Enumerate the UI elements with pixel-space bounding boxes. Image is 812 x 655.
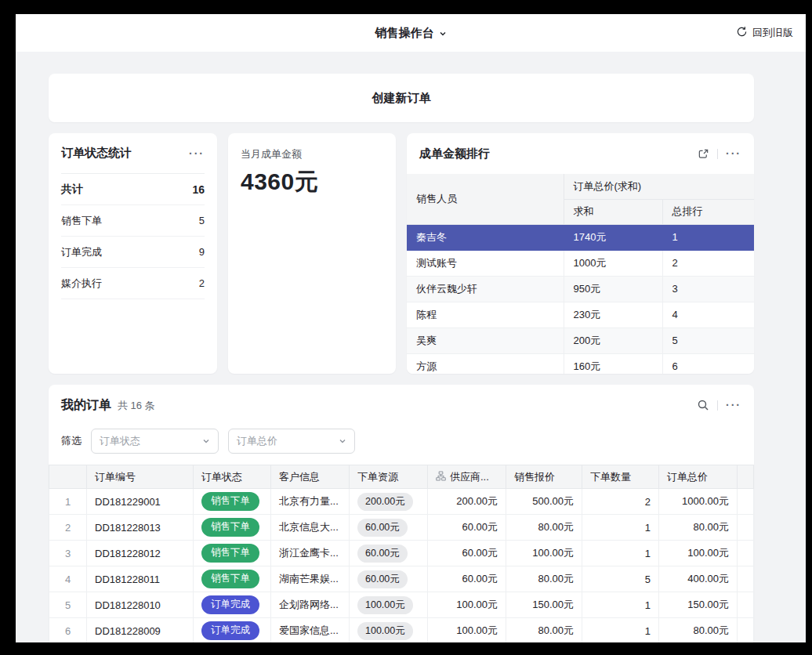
ranking-row: 方源160元6: [407, 353, 754, 374]
customer-cell: 企划路网络...: [271, 592, 350, 618]
create-order-button[interactable]: 创建新订单: [49, 74, 754, 122]
col-order-no: 订单编号: [87, 465, 194, 489]
order-no-cell: DD181228011: [87, 566, 194, 592]
status-label: 媒介执行: [61, 277, 102, 291]
qty-cell: 5: [582, 566, 659, 592]
trailing-cell: [738, 592, 754, 618]
ranking-row: 陈程230元4: [407, 302, 754, 328]
more-icon[interactable]: ···: [726, 148, 741, 159]
supplier-cell: 60.00元: [428, 515, 506, 541]
col-customer-info: 客户信息: [271, 465, 350, 489]
status-value: 16: [192, 183, 205, 196]
col-trailing: [738, 465, 754, 489]
sitemap-icon: [436, 471, 446, 483]
order-total-filter[interactable]: 订单总价: [228, 429, 355, 454]
order-no-cell: DD181228010: [87, 592, 194, 618]
resource-pill: 60.00元: [357, 519, 408, 537]
ranking-row: 测试账号1000元2: [407, 250, 754, 276]
row-index: 4: [49, 566, 87, 592]
ranking-person: 伙伴云魏少轩: [407, 276, 564, 302]
total-cell: 1000.00元: [659, 489, 738, 515]
row-index: 6: [49, 618, 87, 643]
orders-count: 共 16 条: [118, 399, 155, 413]
orders-card-title: 我的订单: [61, 397, 111, 414]
resource-cell: 60.00元: [350, 541, 428, 566]
chevron-down-icon: [439, 27, 447, 40]
resource-cell: 100.00元: [350, 618, 428, 643]
resource-cell: 100.00元: [350, 592, 428, 618]
order-no-cell: DD181228012: [87, 541, 194, 566]
col-row-number: [49, 465, 87, 489]
more-icon[interactable]: ···: [726, 400, 741, 411]
status-badge: 销售下单: [201, 492, 259, 511]
status-list: 共计16销售下单5订单完成9媒介执行2: [61, 174, 205, 299]
resource-pill: 200.00元: [357, 493, 413, 511]
status-label: 销售下单: [61, 214, 102, 228]
order-status-filter-value: 订单状态: [100, 434, 140, 448]
share-icon[interactable]: [698, 148, 709, 160]
order-row[interactable]: 6DD181228009订单完成爱国家信息...100.00元100.00元80…: [49, 618, 754, 643]
restore-icon: [736, 26, 748, 40]
search-icon[interactable]: [697, 399, 709, 411]
ranking-tbody: 秦吉冬1740元1测试账号1000元2伙伴云魏少轩950元3陈程230元4吴爽2…: [407, 224, 754, 374]
ranking-rank: 5: [662, 328, 754, 353]
divider: [717, 400, 718, 411]
quote-cell: 100.00元: [506, 541, 582, 566]
qty-cell: 1: [582, 592, 659, 618]
app-window: 销售操作台 回到旧版 创建新订单 订单状态统计 ··· 共计16销售下单5: [16, 14, 806, 642]
order-row[interactable]: 5DD181228010订单完成企划路网络...100.00元100.00元15…: [49, 592, 754, 618]
content: 创建新订单 订单状态统计 ··· 共计16销售下单5订单完成9媒介执行2 当月成…: [16, 52, 806, 642]
more-icon[interactable]: ···: [189, 148, 205, 159]
ranking-row: 伙伴云魏少轩950元3: [407, 276, 754, 302]
row-index: 3: [49, 541, 87, 566]
page-title: 销售操作台: [375, 26, 434, 41]
ranking-rank: 3: [662, 276, 754, 302]
resource-pill: 60.00元: [357, 545, 408, 563]
ranking-person: 陈程: [407, 302, 564, 328]
col-order-total-sum-group: 订单总价(求和): [564, 174, 754, 199]
ranking-sum: 230元: [564, 302, 662, 328]
resource-pill: 100.00元: [357, 596, 413, 614]
supplier-cell: 60.00元: [428, 541, 506, 566]
console-switcher[interactable]: 销售操作台: [375, 26, 447, 41]
col-order-total: 订单总价: [659, 465, 738, 489]
ranking-row: 吴爽200元5: [407, 328, 754, 353]
chevron-down-icon: [339, 434, 346, 448]
col-supplier: 供应商...: [428, 465, 506, 489]
status-value: 9: [199, 246, 205, 258]
supplier-cell: 200.00元: [428, 489, 506, 515]
col-rank: 总排行: [662, 199, 754, 224]
order-status-cell: 销售下单: [194, 541, 271, 566]
order-status-filter[interactable]: 订单状态: [91, 429, 219, 454]
trailing-cell: [738, 489, 754, 515]
resource-cell: 60.00元: [350, 566, 428, 592]
order-row[interactable]: 2DD181228013销售下单北京信息大...60.00元60.00元80.0…: [49, 515, 754, 541]
orders-tbody: 1DD181229001销售下单北京有力量...200.00元200.00元50…: [49, 489, 754, 643]
row-index: 2: [49, 515, 87, 541]
status-badge: 销售下单: [201, 544, 259, 563]
col-sales-quote: 销售报价: [506, 465, 582, 489]
order-row[interactable]: 4DD181228011销售下单湖南芒果娱...60.00元60.00元80.0…: [49, 566, 754, 592]
status-row: 订单完成9: [61, 237, 205, 268]
status-badge: 销售下单: [201, 518, 259, 537]
supplier-cell: 100.00元: [428, 592, 506, 618]
status-label: 共计: [61, 183, 83, 197]
resource-cell: 200.00元: [350, 489, 428, 515]
order-row[interactable]: 3DD181228012销售下单浙江金鹰卡...60.00元60.00元100.…: [49, 541, 754, 566]
topbar: 销售操作台 回到旧版: [16, 14, 806, 52]
back-to-old-version-button[interactable]: 回到旧版: [736, 14, 793, 52]
quote-cell: 150.00元: [506, 592, 582, 618]
customer-cell: 湖南芒果娱...: [271, 566, 350, 592]
row-index: 1: [49, 489, 87, 515]
order-row[interactable]: 1DD181229001销售下单北京有力量...200.00元200.00元50…: [49, 489, 754, 515]
status-badge: 销售下单: [201, 570, 259, 588]
col-sales-person: 销售人员: [407, 174, 564, 224]
row-index: 5: [49, 592, 87, 618]
quote-cell: 80.00元: [506, 515, 582, 541]
ranking-row: 秦吉冬1740元1: [407, 224, 754, 250]
order-total-filter-value: 订单总价: [237, 434, 277, 448]
orders-card: 我的订单 共 16 条 ··· 筛选 订单状态: [49, 385, 754, 642]
quote-cell: 80.00元: [506, 618, 582, 643]
status-value: 5: [199, 215, 205, 226]
ranking-table: 销售人员 订单总价(求和) 求和 总排行 秦吉冬1740元1测试账号1000元2…: [407, 174, 754, 374]
